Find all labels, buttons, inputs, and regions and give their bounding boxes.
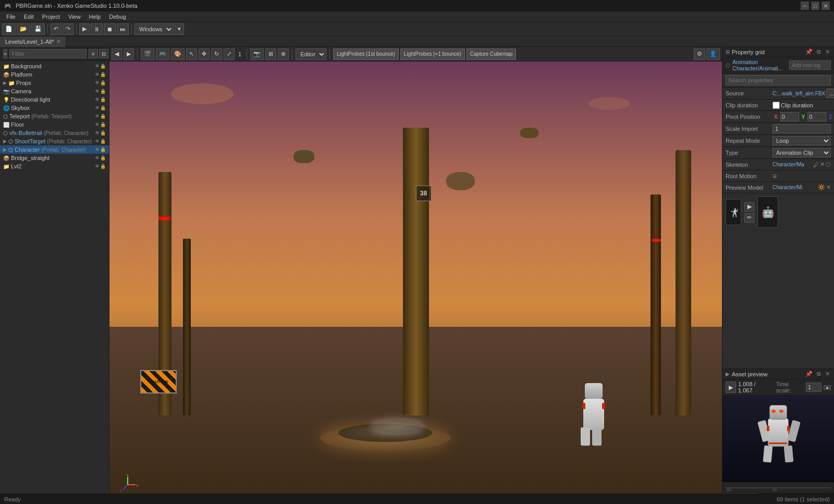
lock-icon-10[interactable]: 🔒 <box>100 139 106 144</box>
camera-controls-btn[interactable]: 📷 <box>250 48 264 60</box>
skeleton-edit-button[interactable]: 🖊 <box>813 161 819 168</box>
tree-item-props[interactable]: ▶ 📁 Props 👁 🔒 <box>0 79 109 87</box>
eye-icon-2[interactable]: 👁 <box>95 72 100 77</box>
tree-item-lvl2[interactable]: 📁 Lvl2 👁 🔒 <box>0 162 109 170</box>
game-btn[interactable]: 🎮 <box>156 48 169 60</box>
tree-item-dirlight[interactable]: 💡 Directional light 👁 🔒 <box>0 95 109 104</box>
lock-icon-12[interactable]: 🔒 <box>100 155 106 161</box>
pivot-x-input[interactable] <box>780 112 799 121</box>
eye-icon-10[interactable]: 👁 <box>95 139 100 144</box>
menu-debug[interactable]: Debug <box>105 13 130 21</box>
ap-close-button[interactable]: ✕ <box>824 371 831 377</box>
scene-btn[interactable]: 🎬 <box>141 48 154 60</box>
preview-model-edit-button[interactable]: ✏ <box>744 213 754 223</box>
save-button[interactable]: 💾 <box>31 23 45 35</box>
expand-all-button[interactable]: ≡ <box>89 49 98 58</box>
repeat-mode-select[interactable]: Loop Once Ping-Pong <box>772 136 831 145</box>
preview-model-light-button[interactable]: 🔆 <box>818 184 825 191</box>
nav-prev-button[interactable]: ◀ <box>112 48 122 60</box>
tree-item-vfx[interactable]: ⬡ vfx-Bullettrail (Prefab: Character) 👁 … <box>0 129 109 137</box>
tree-item-camera[interactable]: 📷 Camera 👁 🔒 <box>0 87 109 95</box>
open-file-button[interactable]: 📂 <box>17 23 30 35</box>
float-button[interactable]: ⧉ <box>816 48 822 55</box>
tab-level1[interactable]: Levels/Level_1-All* ✕ <box>0 36 66 47</box>
minimize-button[interactable]: ─ <box>801 2 809 10</box>
menu-project[interactable]: Project <box>38 13 64 21</box>
lock-icon-11[interactable]: 🔒 <box>100 147 106 152</box>
ap-timescale-up[interactable]: ▲ <box>824 385 831 390</box>
lock-icon[interactable]: 🔒 <box>100 64 106 69</box>
lightprobes-1-button[interactable]: LightProbes (1st bounce) <box>333 48 399 60</box>
skeleton-clear-button[interactable]: ✕ <box>820 161 825 168</box>
menu-help[interactable]: Help <box>85 13 105 21</box>
nav-next-button[interactable]: ▶ <box>124 48 134 60</box>
clip-duration-checkbox[interactable] <box>772 102 780 109</box>
lock-icon-4[interactable]: 🔒 <box>100 89 106 94</box>
tree-item-skybox[interactable]: 🌐 Skybox 👁 🔒 <box>0 104 109 112</box>
close-prop-button[interactable]: ✕ <box>824 48 831 55</box>
material-btn[interactable]: 🎨 <box>171 48 185 60</box>
viewport-menu-btn[interactable]: 👤 <box>706 48 720 60</box>
capture-cubemap-button[interactable]: Capture Cubemap <box>467 48 517 60</box>
tree-item-character[interactable]: ▶ ⬡ Character (Prefab: Character) 👁 🔒 <box>0 145 109 154</box>
redo-button[interactable]: ↷ <box>63 23 73 35</box>
entity-log-input[interactable] <box>789 60 831 70</box>
cursor-btn[interactable]: ↖ <box>186 48 197 60</box>
next-frame-button[interactable]: ⏭ <box>117 23 129 35</box>
scale-import-input[interactable] <box>772 124 831 133</box>
undo-button[interactable]: ↶ <box>51 23 62 35</box>
collapse-all-button[interactable]: ⊟ <box>99 49 108 58</box>
tree-item-platform[interactable]: 📦 Platform 👁 🔒 <box>0 70 109 79</box>
type-select[interactable]: Animation Clip <box>772 148 831 157</box>
menu-view[interactable]: View <box>64 13 85 21</box>
eye-icon-3[interactable]: 👁 <box>95 80 100 85</box>
eye-icon-9[interactable]: 👁 <box>95 130 100 136</box>
menu-file[interactable]: File <box>2 13 20 21</box>
preview-model-clear-button[interactable]: ✕ <box>826 184 831 191</box>
lock-icon-6[interactable]: 🔒 <box>100 105 106 110</box>
eye-icon-7[interactable]: 👁 <box>95 114 100 119</box>
lightprobes-2-button[interactable]: LightProbes (+1 bounce) <box>400 48 465 60</box>
scene-filter-input[interactable] <box>9 49 87 58</box>
ap-float-button[interactable]: ⧉ <box>816 371 822 377</box>
menu-edit[interactable]: Edit <box>20 13 38 21</box>
gizmo-btn[interactable]: ⊕ <box>278 48 289 60</box>
eye-icon-4[interactable]: 👁 <box>95 89 100 94</box>
skeleton-select-button[interactable]: ⬡ <box>826 161 831 168</box>
ap-pin-button[interactable]: 📌 <box>804 371 814 377</box>
tree-item-floor[interactable]: ⬜ Floor 👁 🔒 <box>0 120 109 129</box>
tree-item-background[interactable]: 📁 Background 👁 🔒 <box>0 62 109 70</box>
tree-item-bridge[interactable]: 📦 Bridge_straight 👁 🔒 <box>0 154 109 162</box>
rotate-btn[interactable]: ↻ <box>211 48 222 60</box>
property-search-input[interactable] <box>726 75 831 85</box>
eye-icon-5[interactable]: 👁 <box>95 97 100 102</box>
ap-timescale-input[interactable] <box>806 383 821 392</box>
grid-btn[interactable]: ⊞ <box>265 48 276 60</box>
close-button[interactable]: ✕ <box>821 2 830 10</box>
pivot-y-input[interactable] <box>807 112 826 121</box>
lock-icon-5[interactable]: 🔒 <box>100 97 106 102</box>
add-entity-button[interactable]: + <box>3 49 7 58</box>
scale-btn[interactable]: ⤢ <box>224 48 235 60</box>
platform-dropdown[interactable]: ▾ <box>175 23 184 35</box>
preview-model-load-button[interactable]: ▶ <box>744 202 754 212</box>
lock-icon-2[interactable]: 🔒 <box>100 72 106 77</box>
maximize-button[interactable]: □ <box>811 2 819 10</box>
viewport[interactable]: CAUTION <box>109 62 722 504</box>
source-browse-button[interactable]: … <box>826 89 834 98</box>
tab-close-button[interactable]: ✕ <box>56 39 60 44</box>
ap-play-button[interactable]: ▶ <box>726 382 736 393</box>
eye-icon-11[interactable]: 👁 <box>95 147 100 152</box>
lock-icon-13[interactable]: 🔒 <box>100 164 106 169</box>
settings-btn[interactable]: ⚙ <box>694 48 705 60</box>
eye-icon-13[interactable]: 👁 <box>95 164 100 169</box>
eye-icon-12[interactable]: 👁 <box>95 155 100 161</box>
lock-icon-3[interactable]: 🔒 <box>100 80 106 85</box>
lock-icon-7[interactable]: 🔒 <box>100 114 106 119</box>
new-file-button[interactable]: 📄 <box>2 23 16 35</box>
pin-button[interactable]: 📌 <box>804 48 814 55</box>
pause-button[interactable]: ⏸ <box>91 23 103 35</box>
eye-icon-6[interactable]: 👁 <box>95 105 100 110</box>
lock-icon-8[interactable]: 🔒 <box>100 122 106 127</box>
tree-item-teleport[interactable]: ⬡ Teleport (Prefab: Teleport) 👁 🔒 <box>0 112 109 120</box>
